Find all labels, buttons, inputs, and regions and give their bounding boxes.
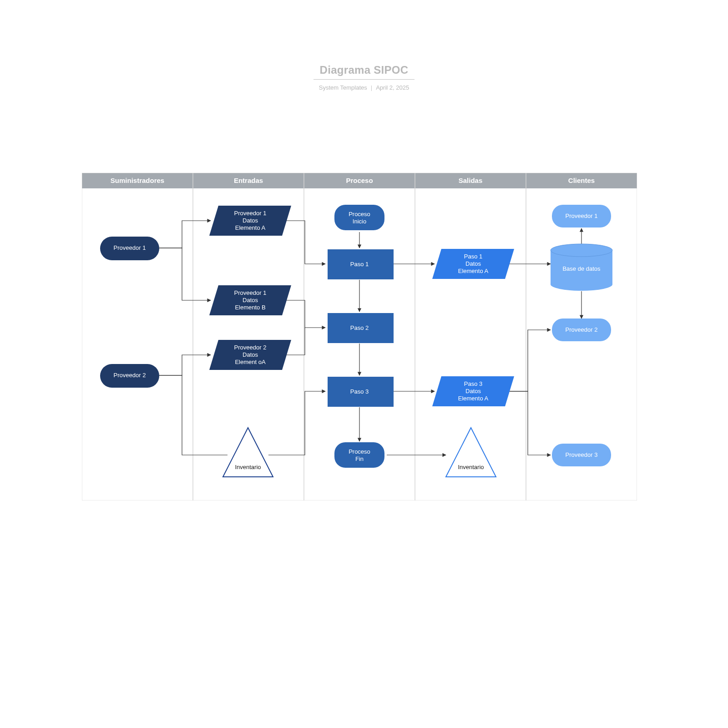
col-suppliers: Suministradores xyxy=(111,177,164,184)
input2-node: Proveedor 1 Datos Elemento B xyxy=(209,285,291,315)
svg-text:Elemento A: Elemento A xyxy=(458,268,489,274)
svg-text:Base de datos: Base de datos xyxy=(562,265,601,272)
meta-author: System Templates xyxy=(319,84,367,91)
sipoc-diagram: Suministradores Entradas Proceso Salidas… xyxy=(82,173,637,500)
svg-text:Element oA: Element oA xyxy=(235,359,266,365)
step1-node: Paso 1 xyxy=(328,249,394,279)
svg-text:Paso 2: Paso 2 xyxy=(350,324,369,331)
supplier2-node: Proveedor 2 xyxy=(100,364,159,388)
svg-text:Proveedor 1: Proveedor 1 xyxy=(566,212,598,219)
svg-text:Proveedor 2: Proveedor 2 xyxy=(234,344,267,351)
svg-text:Datos: Datos xyxy=(243,297,258,303)
svg-text:Proveedor 1: Proveedor 1 xyxy=(234,210,267,217)
svg-text:Fin: Fin xyxy=(355,455,364,462)
inventory-out-node: Inventario xyxy=(446,428,496,477)
input1-node: Proveedor 1 Datos Elemento A xyxy=(209,206,291,236)
customer3-node: Proveedor 3 xyxy=(552,444,611,466)
supplier1-node: Proveedor 1 xyxy=(100,237,159,260)
svg-text:Inicio: Inicio xyxy=(353,218,366,225)
customer1-node: Proveedor 1 xyxy=(552,205,611,228)
svg-text:Paso 1: Paso 1 xyxy=(350,261,369,268)
col-process: Proceso xyxy=(346,177,373,184)
svg-text:Paso 3: Paso 3 xyxy=(464,380,482,387)
meta-separator: | xyxy=(371,84,372,91)
title-block: Diagrama SIPOC System Templates|April 2,… xyxy=(0,64,728,91)
diagram-meta: System Templates|April 2, 2025 xyxy=(0,84,728,91)
svg-rect-5 xyxy=(82,173,193,500)
svg-text:Paso 1: Paso 1 xyxy=(464,253,482,260)
svg-text:Paso 3: Paso 3 xyxy=(350,388,369,395)
col-inputs: Entradas xyxy=(234,177,263,184)
process-start-node: Proceso Inicio xyxy=(334,205,384,230)
svg-text:Proveedor 1: Proveedor 1 xyxy=(234,289,267,296)
svg-text:Datos: Datos xyxy=(465,388,481,394)
svg-text:Elemento A: Elemento A xyxy=(235,224,266,231)
svg-text:Datos: Datos xyxy=(465,260,481,267)
svg-text:Proceso: Proceso xyxy=(349,211,370,217)
svg-point-54 xyxy=(551,278,612,291)
svg-text:Inventario: Inventario xyxy=(458,464,484,470)
step3-node: Paso 3 xyxy=(328,377,394,407)
svg-text:Proceso: Proceso xyxy=(349,448,370,455)
svg-text:Proveedor 2: Proveedor 2 xyxy=(566,326,598,333)
svg-text:Elemento B: Elemento B xyxy=(235,304,265,311)
meta-date: April 2, 2025 xyxy=(376,84,409,91)
svg-text:Elemento A: Elemento A xyxy=(458,395,489,402)
svg-text:Proveedor 3: Proveedor 3 xyxy=(566,451,598,458)
database-node: Base de datos xyxy=(551,244,612,291)
inventory-in-node: Inventario xyxy=(223,428,273,477)
output1-node: Paso 1 Datos Elemento A xyxy=(432,249,514,279)
diagram-title: Diagrama SIPOC xyxy=(313,64,415,80)
col-outputs: Salidas xyxy=(459,177,483,184)
svg-text:Proveedor 2: Proveedor 2 xyxy=(114,372,146,379)
input3-node: Proveedor 2 Datos Element oA xyxy=(209,340,291,370)
col-customers: Clientes xyxy=(568,177,595,184)
output3-node: Paso 3 Datos Elemento A xyxy=(432,376,514,406)
step2-node: Paso 2 xyxy=(328,313,394,343)
svg-text:Datos: Datos xyxy=(243,351,258,358)
customer2-node: Proveedor 2 xyxy=(552,318,611,341)
svg-text:Datos: Datos xyxy=(243,217,258,224)
svg-text:Proveedor 1: Proveedor 1 xyxy=(114,244,146,251)
process-end-node: Proceso Fin xyxy=(334,442,384,468)
svg-text:Inventario: Inventario xyxy=(235,464,261,470)
